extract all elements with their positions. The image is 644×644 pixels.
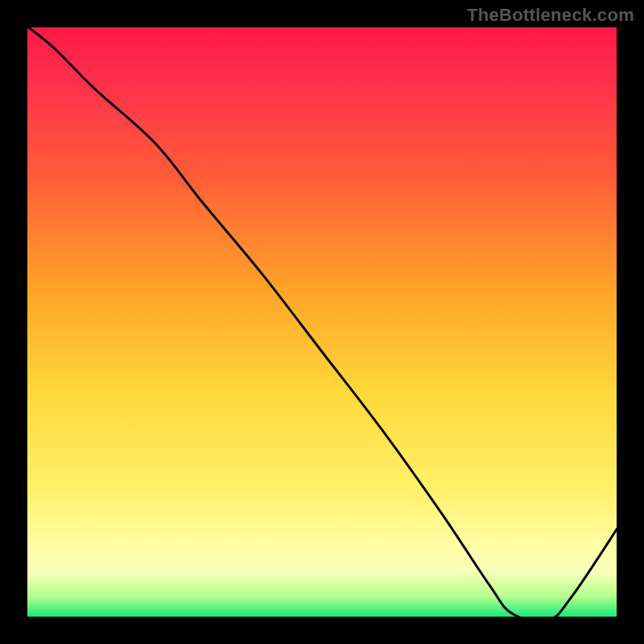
curve-layer [24, 24, 620, 620]
chart-container: TheBottleneck.com [0, 0, 644, 644]
curve-line [24, 24, 620, 620]
attribution-watermark: TheBottleneck.com [467, 5, 634, 26]
plot-area [24, 24, 620, 620]
